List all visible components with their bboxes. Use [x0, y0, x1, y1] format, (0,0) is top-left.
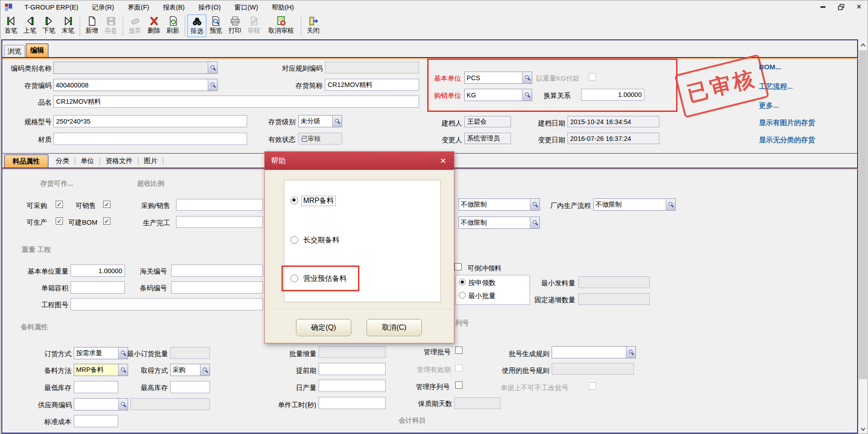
- trade-unit-combo[interactable]: KG: [464, 89, 532, 101]
- lookup-icon[interactable]: [626, 347, 635, 358]
- restore-button[interactable]: [835, 1, 847, 12]
- subtab-unit[interactable]: 单位: [75, 157, 100, 165]
- toolbar-delete-button[interactable]: 删除: [144, 14, 163, 37]
- unit-time-field[interactable]: [319, 397, 386, 409]
- producible-checkbox[interactable]: [56, 217, 63, 225]
- issue-by-request-radio[interactable]: [459, 279, 466, 285]
- can-build-bom-checkbox[interactable]: [103, 217, 110, 225]
- toolbar-new-button[interactable]: 新增: [82, 14, 101, 37]
- drawing-no-field[interactable]: [71, 298, 263, 310]
- toolbar-first-button[interactable]: 首笔: [1, 14, 20, 37]
- limit-combo-2[interactable]: 不做限制: [458, 217, 540, 229]
- material-field[interactable]: [53, 133, 247, 145]
- leadtime-field[interactable]: [319, 363, 386, 375]
- lookup-icon[interactable]: [332, 116, 342, 127]
- lookup-icon[interactable]: [530, 199, 539, 210]
- item-name-field[interactable]: CR12MOV精料: [53, 96, 419, 108]
- scrollbar-thumb[interactable]: [859, 50, 867, 379]
- spec-field[interactable]: 250*240*35: [53, 115, 247, 127]
- order-mode-combo[interactable]: 按需求量: [74, 347, 128, 359]
- lookup-icon[interactable]: [208, 62, 217, 73]
- base-unit-combo[interactable]: PCS: [464, 72, 532, 84]
- lookup-icon[interactable]: [522, 72, 532, 83]
- toolbar-print-button[interactable]: 打印: [225, 14, 244, 37]
- toolbar-last-button[interactable]: 末笔: [58, 14, 77, 37]
- option-long-lead-label[interactable]: 长交期备料: [303, 236, 339, 245]
- std-cost-field[interactable]: [74, 415, 118, 427]
- barcode-field[interactable]: [171, 281, 263, 294]
- subtab-qualification-files[interactable]: 资格文件: [100, 157, 138, 165]
- menu-help[interactable]: 帮助(H): [265, 1, 300, 14]
- batch-rule-combo[interactable]: [552, 346, 636, 358]
- link-more[interactable]: 更多...: [759, 101, 779, 111]
- menu-app[interactable]: T-GROUP ERP(E): [18, 2, 85, 13]
- menu-record[interactable]: 记录(R): [85, 1, 121, 14]
- backflush-checkbox[interactable]: [454, 263, 462, 270]
- tab-edit[interactable]: 编辑: [26, 43, 48, 57]
- help-dialog-titlebar[interactable]: 帮助: [265, 152, 454, 170]
- toolbar-cancel-audit-button[interactable]: 取消审核: [263, 14, 299, 37]
- item-code-combo[interactable]: 400400008: [53, 79, 218, 91]
- scroll-down-button[interactable]: [858, 424, 868, 434]
- conversion-field[interactable]: 1.00000: [581, 89, 644, 101]
- lookup-icon[interactable]: [530, 217, 539, 228]
- option-mrp-radio[interactable]: [291, 197, 298, 204]
- manage-batch-checkbox[interactable]: [455, 347, 463, 354]
- subtab-item-attributes[interactable]: 料品属性: [4, 154, 48, 168]
- customs-code-field[interactable]: [171, 265, 263, 277]
- min-batch-radio[interactable]: [459, 292, 466, 299]
- toolbar-next-button[interactable]: 下笔: [39, 14, 58, 37]
- option-mrp-label[interactable]: MRP备料: [302, 196, 335, 206]
- lookup-icon[interactable]: [208, 79, 217, 91]
- lookup-icon[interactable]: [118, 399, 128, 410]
- link-process-flow[interactable]: 工艺流程...: [759, 82, 793, 92]
- max-stock-field[interactable]: [170, 381, 210, 393]
- cancel-button[interactable]: 取消(C): [367, 319, 422, 336]
- toolbar-preview-button[interactable]: 预览: [206, 14, 225, 37]
- toolbar-prev-button[interactable]: 上笔: [20, 14, 39, 37]
- scroll-up-button[interactable]: [858, 40, 868, 49]
- link-show-unclassified[interactable]: 显示无分类的存货: [759, 135, 815, 145]
- supplier-code-combo[interactable]: [74, 398, 128, 410]
- lookup-icon[interactable]: [118, 364, 128, 376]
- menu-operation[interactable]: 操作(O): [191, 1, 228, 14]
- min-stock-field[interactable]: [74, 381, 118, 393]
- lookup-icon[interactable]: [522, 89, 532, 101]
- link-bom[interactable]: BOM...: [759, 63, 781, 71]
- close-window-button[interactable]: ✕: [853, 1, 865, 12]
- ok-button[interactable]: 确定(Q): [296, 319, 351, 336]
- code-category-combo[interactable]: [53, 62, 218, 74]
- menu-interface[interactable]: 界面(F): [121, 1, 156, 14]
- subtab-classification[interactable]: 分类: [50, 157, 75, 165]
- minimize-button[interactable]: [817, 1, 829, 12]
- option-long-lead-radio[interactable]: [291, 236, 298, 244]
- daily-output-field[interactable]: [319, 380, 386, 392]
- dialog-close-icon[interactable]: ✕: [438, 155, 448, 166]
- purchase-sale-ratio-field[interactable]: [176, 199, 263, 211]
- toolbar-refresh-button[interactable]: 刷新: [163, 14, 182, 37]
- lookup-icon[interactable]: [200, 364, 210, 376]
- purchasable-checkbox[interactable]: [56, 201, 63, 208]
- manage-serial-checkbox[interactable]: [455, 381, 463, 389]
- toolbar-filter-button[interactable]: 筛选: [187, 14, 206, 37]
- obtain-mode-combo[interactable]: 采购: [170, 364, 210, 376]
- tab-browse[interactable]: 浏览: [4, 45, 25, 57]
- menu-report[interactable]: 报表(B): [156, 1, 191, 14]
- level-combo[interactable]: 未分级: [298, 115, 342, 127]
- factory-flow-combo[interactable]: 不做限制: [593, 198, 676, 211]
- sellable-checkbox[interactable]: [103, 201, 110, 208]
- subtab-image[interactable]: 图片: [138, 157, 163, 165]
- lookup-icon[interactable]: [666, 199, 675, 210]
- option-sales-forecast-label[interactable]: 营业预估备料: [303, 274, 347, 284]
- toolbar-label: 取消审核: [268, 27, 294, 35]
- limit-combo-1[interactable]: 不做限制: [458, 198, 540, 211]
- item-abbr-field[interactable]: CR12MOV精料: [325, 79, 419, 91]
- link-show-with-image[interactable]: 显示有图片的存货: [759, 118, 815, 128]
- toolbar-close-button[interactable]: 关闭: [304, 14, 323, 37]
- option-sales-forecast-radio[interactable]: [291, 275, 298, 282]
- menu-window[interactable]: 窗口(W): [228, 1, 265, 14]
- prod-finish-ratio-field[interactable]: [176, 216, 263, 228]
- reserve-method-combo[interactable]: MRP备料: [74, 364, 128, 376]
- box-volume-field[interactable]: [71, 281, 125, 294]
- base-weight-field[interactable]: 1.00000: [71, 265, 125, 277]
